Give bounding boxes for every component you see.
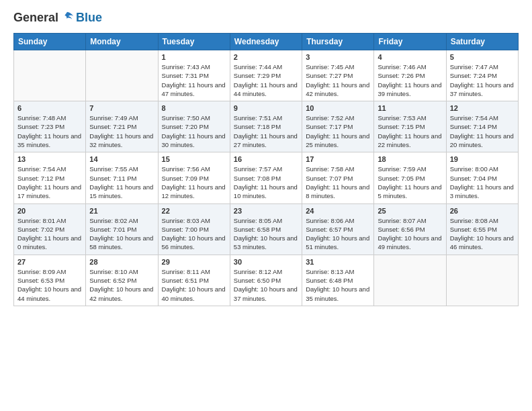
day-info: Sunrise: 7:57 AM Sunset: 7:08 PM Dayligh… — [234, 165, 298, 200]
calendar-day-cell: 3Sunrise: 7:45 AM Sunset: 7:27 PM Daylig… — [302, 50, 374, 101]
calendar-day-cell: 1Sunrise: 7:43 AM Sunset: 7:31 PM Daylig… — [158, 50, 230, 101]
day-info: Sunrise: 8:01 AM Sunset: 7:02 PM Dayligh… — [17, 216, 82, 252]
day-info: Sunrise: 8:00 AM Sunset: 7:04 PM Dayligh… — [450, 165, 515, 200]
day-number: 27 — [17, 258, 82, 266]
calendar-day-cell: 16Sunrise: 7:57 AM Sunset: 7:08 PM Dayli… — [230, 152, 302, 203]
day-number: 12 — [450, 104, 515, 112]
day-info: Sunrise: 7:56 AM Sunset: 7:09 PM Dayligh… — [162, 165, 226, 200]
day-number: 18 — [378, 155, 442, 163]
weekday-header-friday: Friday — [374, 34, 446, 50]
logo-blue-text: Blue — [76, 11, 102, 25]
day-number: 19 — [450, 155, 515, 163]
day-number: 16 — [234, 155, 298, 163]
day-number: 26 — [450, 207, 515, 215]
calendar-week-row: 1Sunrise: 7:43 AM Sunset: 7:31 PM Daylig… — [14, 50, 519, 101]
day-info: Sunrise: 7:59 AM Sunset: 7:05 PM Dayligh… — [378, 165, 442, 200]
calendar-day-cell: 26Sunrise: 8:08 AM Sunset: 6:55 PM Dayli… — [446, 203, 518, 255]
day-number: 31 — [306, 258, 370, 266]
day-info: Sunrise: 7:50 AM Sunset: 7:20 PM Dayligh… — [162, 113, 226, 149]
weekday-header-sunday: Sunday — [14, 34, 86, 50]
calendar-day-cell: 28Sunrise: 8:10 AM Sunset: 6:52 PM Dayli… — [86, 255, 158, 306]
day-info: Sunrise: 7:53 AM Sunset: 7:15 PM Dayligh… — [378, 113, 442, 149]
calendar-day-cell: 21Sunrise: 8:02 AM Sunset: 7:01 PM Dayli… — [86, 203, 158, 255]
calendar-day-cell: 25Sunrise: 8:07 AM Sunset: 6:56 PM Dayli… — [374, 203, 446, 255]
day-number: 21 — [89, 207, 154, 215]
day-info: Sunrise: 8:11 AM Sunset: 6:51 PM Dayligh… — [162, 267, 226, 303]
day-info: Sunrise: 7:48 AM Sunset: 7:23 PM Dayligh… — [17, 113, 82, 149]
calendar-day-cell — [14, 50, 86, 101]
day-info: Sunrise: 8:07 AM Sunset: 6:56 PM Dayligh… — [378, 216, 442, 252]
day-info: Sunrise: 7:44 AM Sunset: 7:29 PM Dayligh… — [234, 62, 298, 98]
day-number: 22 — [162, 207, 226, 215]
day-number: 17 — [306, 155, 370, 163]
calendar-week-row: 6Sunrise: 7:48 AM Sunset: 7:23 PM Daylig… — [14, 101, 519, 152]
calendar-day-cell: 15Sunrise: 7:56 AM Sunset: 7:09 PM Dayli… — [158, 152, 230, 203]
calendar-day-cell: 4Sunrise: 7:46 AM Sunset: 7:26 PM Daylig… — [374, 50, 446, 101]
day-number: 8 — [162, 104, 226, 112]
weekday-header-monday: Monday — [86, 34, 158, 50]
day-info: Sunrise: 8:13 AM Sunset: 6:48 PM Dayligh… — [306, 267, 370, 303]
calendar-day-cell: 18Sunrise: 7:59 AM Sunset: 7:05 PM Dayli… — [374, 152, 446, 203]
day-number: 9 — [234, 104, 298, 112]
day-number: 6 — [17, 104, 82, 112]
day-number: 20 — [17, 207, 82, 215]
day-number: 7 — [89, 104, 154, 112]
day-info: Sunrise: 7:55 AM Sunset: 7:11 PM Dayligh… — [89, 165, 154, 200]
day-info: Sunrise: 8:12 AM Sunset: 6:50 PM Dayligh… — [234, 267, 298, 303]
day-info: Sunrise: 7:51 AM Sunset: 7:18 PM Dayligh… — [234, 113, 298, 149]
day-number: 30 — [234, 258, 298, 266]
day-info: Sunrise: 8:08 AM Sunset: 6:55 PM Dayligh… — [450, 216, 515, 252]
weekday-header-tuesday: Tuesday — [158, 34, 230, 50]
day-number: 25 — [378, 207, 442, 215]
calendar-day-cell: 8Sunrise: 7:50 AM Sunset: 7:20 PM Daylig… — [158, 101, 230, 152]
calendar-day-cell — [446, 255, 518, 306]
weekday-header-thursday: Thursday — [302, 34, 374, 50]
day-number: 1 — [162, 53, 226, 61]
calendar-day-cell: 17Sunrise: 7:58 AM Sunset: 7:07 PM Dayli… — [302, 152, 374, 203]
calendar-day-cell: 23Sunrise: 8:05 AM Sunset: 6:58 PM Dayli… — [230, 203, 302, 255]
day-number: 5 — [450, 53, 515, 61]
calendar-week-row: 27Sunrise: 8:09 AM Sunset: 6:53 PM Dayli… — [14, 255, 519, 306]
day-info: Sunrise: 7:43 AM Sunset: 7:31 PM Dayligh… — [162, 62, 226, 98]
day-number: 29 — [162, 258, 226, 266]
calendar-day-cell: 13Sunrise: 7:54 AM Sunset: 7:12 PM Dayli… — [14, 152, 86, 203]
day-number: 28 — [89, 258, 154, 266]
calendar-day-cell: 14Sunrise: 7:55 AM Sunset: 7:11 PM Dayli… — [86, 152, 158, 203]
calendar-day-cell: 22Sunrise: 8:03 AM Sunset: 7:00 PM Dayli… — [158, 203, 230, 255]
day-info: Sunrise: 7:58 AM Sunset: 7:07 PM Dayligh… — [306, 165, 370, 200]
day-number: 14 — [89, 155, 154, 163]
calendar-day-cell: 27Sunrise: 8:09 AM Sunset: 6:53 PM Dayli… — [14, 255, 86, 306]
calendar-week-row: 13Sunrise: 7:54 AM Sunset: 7:12 PM Dayli… — [14, 152, 519, 203]
calendar-day-cell — [86, 50, 158, 101]
calendar-day-cell — [374, 255, 446, 306]
calendar-day-cell: 24Sunrise: 8:06 AM Sunset: 6:57 PM Dayli… — [302, 203, 374, 255]
calendar-day-cell: 12Sunrise: 7:54 AM Sunset: 7:14 PM Dayli… — [446, 101, 518, 152]
day-info: Sunrise: 8:09 AM Sunset: 6:53 PM Dayligh… — [17, 267, 82, 303]
day-info: Sunrise: 7:46 AM Sunset: 7:26 PM Dayligh… — [378, 62, 442, 98]
day-number: 2 — [234, 53, 298, 61]
logo: General Blue — [13, 11, 102, 25]
day-number: 15 — [162, 155, 226, 163]
day-info: Sunrise: 8:06 AM Sunset: 6:57 PM Dayligh… — [306, 216, 370, 252]
calendar-week-row: 20Sunrise: 8:01 AM Sunset: 7:02 PM Dayli… — [14, 203, 519, 255]
day-info: Sunrise: 8:10 AM Sunset: 6:52 PM Dayligh… — [89, 267, 154, 303]
day-info: Sunrise: 7:54 AM Sunset: 7:14 PM Dayligh… — [450, 113, 515, 149]
day-number: 23 — [234, 207, 298, 215]
calendar-day-cell: 31Sunrise: 8:13 AM Sunset: 6:48 PM Dayli… — [302, 255, 374, 306]
calendar-day-cell: 5Sunrise: 7:47 AM Sunset: 7:24 PM Daylig… — [446, 50, 518, 101]
day-info: Sunrise: 7:45 AM Sunset: 7:27 PM Dayligh… — [306, 62, 370, 98]
calendar-day-cell: 10Sunrise: 7:52 AM Sunset: 7:17 PM Dayli… — [302, 101, 374, 152]
day-number: 10 — [306, 104, 370, 112]
day-info: Sunrise: 7:49 AM Sunset: 7:21 PM Dayligh… — [89, 113, 154, 149]
calendar-day-cell: 29Sunrise: 8:11 AM Sunset: 6:51 PM Dayli… — [158, 255, 230, 306]
calendar-day-cell: 2Sunrise: 7:44 AM Sunset: 7:29 PM Daylig… — [230, 50, 302, 101]
calendar-day-cell: 20Sunrise: 8:01 AM Sunset: 7:02 PM Dayli… — [14, 203, 86, 255]
day-number: 13 — [17, 155, 82, 163]
weekday-header-row: SundayMondayTuesdayWednesdayThursdayFrid… — [14, 34, 519, 50]
calendar-day-cell: 9Sunrise: 7:51 AM Sunset: 7:18 PM Daylig… — [230, 101, 302, 152]
day-number: 3 — [306, 53, 370, 61]
logo-general-text: General — [13, 11, 58, 25]
weekday-header-saturday: Saturday — [446, 34, 518, 50]
day-info: Sunrise: 7:54 AM Sunset: 7:12 PM Dayligh… — [17, 165, 82, 200]
calendar-day-cell: 30Sunrise: 8:12 AM Sunset: 6:50 PM Dayli… — [230, 255, 302, 306]
